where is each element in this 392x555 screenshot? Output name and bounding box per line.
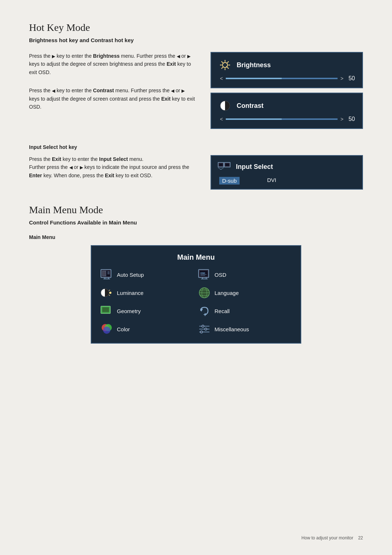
svg-rect-12	[219, 163, 223, 166]
enter-keyword: Enter	[29, 173, 42, 178]
menu-item-recall: Recall	[198, 304, 292, 317]
input-select-icon	[218, 160, 231, 173]
input-subtitle: Input Select hot key	[29, 144, 363, 150]
contrast-slider-track	[226, 118, 338, 120]
svg-line-16	[221, 168, 224, 170]
contrast-label: Contrast	[237, 102, 264, 110]
osd-icon: OSD	[198, 268, 211, 281]
menu-item-geometry: Geometry	[100, 304, 194, 317]
dsub-option: D-sub	[219, 177, 240, 185]
svg-point-39	[109, 292, 111, 294]
exit-keyword-1: Exit	[167, 61, 176, 67]
input-para: Press the Exit key to enter the Input Se…	[29, 155, 196, 179]
contrast-slider-row: < > 50	[219, 116, 355, 122]
svg-text:OSD: OSD	[200, 272, 205, 274]
geometry-label: Geometry	[117, 308, 141, 314]
svg-text:-: -	[226, 64, 227, 68]
main-menu-title: Main Menu Mode	[29, 204, 363, 216]
brightness-right-arrow: >	[340, 76, 343, 81]
input-section: Input Select hot key Press the Exit key …	[29, 144, 363, 190]
main-menu-grid: Auto Setup OSD OSD	[100, 268, 292, 336]
menu-item-miscellaneous: Miscellaneous	[198, 323, 292, 336]
contrast-right-arrow: >	[340, 116, 343, 122]
input-options: D-sub DVI	[218, 177, 356, 185]
contrast-panel-top: Contrast	[219, 99, 355, 112]
brightness-subtitle: Brightness hot key and Contrast hot key	[29, 37, 363, 43]
input-row: Press the Exit key to enter the Input Se…	[29, 155, 363, 190]
menu-item-osd: OSD OSD	[198, 268, 292, 281]
main-menu-panel: Main Menu Auto Setup	[91, 245, 301, 344]
miscellaneous-label: Miscellaneous	[215, 326, 249, 332]
contrast-osd-panel: Contrast < > 50	[211, 93, 363, 129]
miscellaneous-icon	[198, 323, 211, 336]
footer: How to adjust your monitor 22	[302, 535, 363, 540]
color-label: Color	[117, 326, 130, 332]
luminance-icon	[100, 286, 113, 299]
contrast-slider-fill	[226, 118, 282, 120]
auto-setup-icon	[100, 268, 113, 281]
menu-item-language: Language	[198, 286, 292, 299]
svg-point-56	[202, 325, 204, 327]
svg-line-37	[109, 290, 110, 291]
footer-label: How to adjust your monitor	[302, 535, 354, 540]
brightness-keyword: Brightness	[93, 53, 119, 59]
brightness-contrast-section: Press the ▶ key to enter the Brightness …	[29, 52, 363, 133]
language-label: Language	[215, 290, 239, 296]
contrast-value: 50	[348, 116, 355, 122]
contrast-para: Press the ◀ key to enter the Contrast me…	[29, 86, 196, 111]
main-menu-heading: Main Menu	[29, 234, 363, 240]
language-icon	[198, 286, 211, 299]
exit-keyword-3: Exit	[52, 156, 61, 162]
brightness-value: 50	[348, 75, 355, 82]
brightness-osd-panel: - Brightness < > 50	[211, 52, 363, 88]
svg-line-5	[221, 61, 223, 63]
svg-line-7	[227, 61, 229, 63]
contrast-icon	[219, 99, 232, 112]
recall-icon	[198, 304, 211, 317]
osd-label: OSD	[215, 272, 226, 278]
geometry-icon	[100, 304, 113, 317]
exit-keyword-2: Exit	[161, 96, 171, 102]
menu-item-color: Color	[100, 323, 194, 336]
svg-line-6	[227, 67, 229, 69]
brightness-label: Brightness	[237, 61, 271, 69]
input-select-panel: Input Select D-sub DVI	[211, 155, 363, 190]
input-select-keyword: Input Select	[99, 156, 128, 162]
page-number: 22	[358, 535, 363, 540]
brightness-left-arrow: <	[220, 76, 223, 81]
menu-item-auto-setup: Auto Setup	[100, 268, 194, 281]
svg-line-38	[109, 295, 110, 296]
auto-setup-label: Auto Setup	[117, 272, 144, 278]
contrast-left-arrow: <	[220, 116, 223, 122]
svg-point-60	[200, 331, 203, 333]
input-osd-panel: Input Select D-sub DVI	[211, 155, 363, 190]
svg-line-15	[218, 168, 220, 170]
recall-label: Recall	[215, 308, 230, 314]
svg-rect-14	[225, 163, 229, 166]
contrast-keyword: Contrast	[93, 88, 114, 93]
svg-line-8	[221, 67, 223, 69]
brightness-icon: -	[219, 58, 232, 72]
brightness-slider-fill	[226, 78, 282, 79]
dvi-option: DVI	[267, 177, 276, 185]
color-icon	[100, 323, 113, 336]
input-text: Press the Exit key to enter the Input Se…	[29, 155, 196, 179]
page-title: Hot Key Mode	[29, 22, 363, 33]
brightness-para: Press the ▶ key to enter the Brightness …	[29, 52, 196, 76]
brightness-slider-row: < > 50	[219, 75, 355, 82]
main-menu-subtitle: Control Functions Available in Main Menu	[29, 219, 363, 226]
hotkey-text-left: Press the ▶ key to enter the Brightness …	[29, 52, 196, 133]
exit-keyword-4: Exit	[105, 173, 114, 178]
svg-point-54	[103, 327, 110, 334]
svg-rect-23	[102, 271, 106, 276]
input-select-label: Input Select	[236, 163, 273, 171]
luminance-label: Luminance	[117, 290, 143, 296]
input-panel-top: Input Select	[218, 160, 356, 173]
main-menu-panel-title: Main Menu	[100, 253, 292, 262]
osd-panels: - Brightness < > 50	[211, 52, 363, 133]
brightness-slider-track	[226, 78, 338, 79]
menu-item-luminance: Luminance	[100, 286, 194, 299]
brightness-panel-top: - Brightness	[219, 58, 355, 72]
svg-point-58	[205, 328, 207, 330]
